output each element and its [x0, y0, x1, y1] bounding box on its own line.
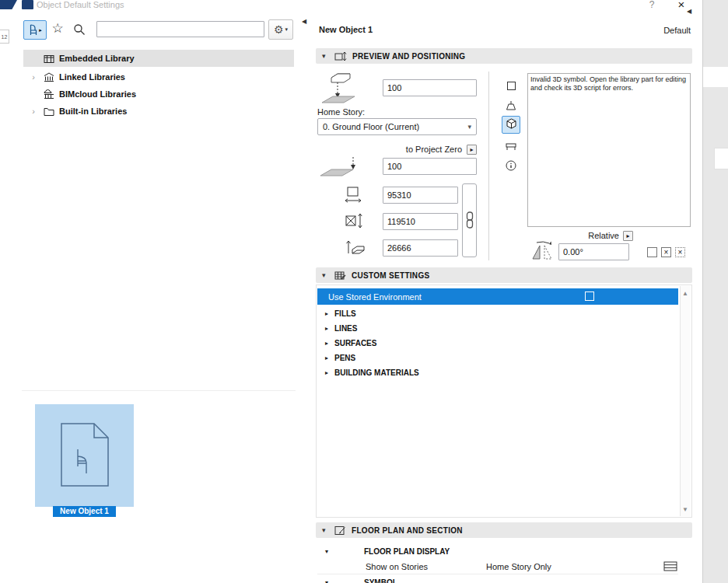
group-fills[interactable]: ▸ FILLS: [317, 306, 677, 321]
group-symbol[interactable]: ▾ SYMBOL: [317, 575, 677, 583]
to-project-zero-button[interactable]: ▸: [467, 145, 477, 155]
group-label: FILLS: [334, 309, 356, 318]
group-label: FLOOR PLAN DISPLAY: [364, 547, 450, 556]
custom-settings-scrollbar[interactable]: [680, 286, 691, 516]
mirrored-dashed-checkbox[interactable]: ×: [675, 247, 685, 257]
cube-3d-icon: [506, 118, 517, 131]
stored-environment-row[interactable]: Use Stored Environment: [317, 288, 678, 305]
dropdown-arrow-icon: ▾: [285, 26, 289, 33]
custom-settings-icon: [334, 271, 346, 281]
dim-depth-icon: [345, 212, 365, 232]
symbol-2d-icon: [506, 81, 516, 93]
backdrop-white-block-1: [703, 67, 728, 87]
scroll-up-button[interactable]: ▲: [680, 288, 691, 300]
checkbox-x-icon: ×: [664, 248, 669, 257]
dim-a-input[interactable]: [383, 187, 458, 204]
show-on-stories-value[interactable]: Home Story Only: [486, 562, 551, 571]
view-3d-button[interactable]: [502, 116, 520, 134]
section-triangle-icon: ▾: [322, 52, 329, 60]
help-button[interactable]: ?: [644, 0, 660, 10]
preview-canvas[interactable]: Invalid 3D symbol. Open the library part…: [527, 73, 691, 227]
dim-width-icon: [345, 186, 363, 205]
offset-to-project-zero-input[interactable]: [383, 158, 477, 175]
dropdown-arrow-icon: ▾: [467, 123, 471, 131]
tree-item-embedded-library[interactable]: Embedded Library: [23, 50, 294, 67]
tree-item-label: BIMcloud Libraries: [59, 89, 136, 99]
view-side-button[interactable]: [502, 137, 520, 155]
section-preview-positioning[interactable]: ▾ PREVIEW AND POSITIONING: [316, 48, 692, 64]
group-triangle-icon: ▾: [325, 548, 334, 555]
star-icon: ☆: [51, 21, 63, 36]
tree-area-divider: [22, 390, 296, 391]
scroll-down-icon: ▼: [682, 506, 688, 513]
relative-label: Relative: [560, 231, 619, 240]
section-floor-plan[interactable]: ▾ FLOOR PLAN AND SECTION: [316, 522, 692, 538]
mirror-angle-icon: [529, 239, 555, 263]
scroll-down-button[interactable]: ▼: [680, 504, 691, 516]
stored-environment-checkbox[interactable]: [585, 292, 594, 301]
group-floor-plan-display[interactable]: ▾ FLOOR PLAN DISPLAY: [317, 543, 677, 559]
group-surfaces[interactable]: ▸ SURFACES: [317, 336, 677, 351]
elevation-top-icon: [320, 68, 366, 106]
tree-item-builtin-libraries[interactable]: › Built-in Libraries: [23, 103, 294, 120]
group-triangle-icon: ▸: [325, 340, 334, 347]
backdrop-white-block-2: [714, 148, 728, 169]
mirror-checkbox[interactable]: [647, 247, 657, 257]
group-triangle-icon: ▸: [325, 310, 334, 317]
offset-to-home-story-input[interactable]: [383, 79, 477, 96]
collapse-arrow-icon: ◀: [302, 18, 306, 25]
collapse-left-panel-button[interactable]: ◀: [302, 18, 306, 25]
floor-plan-icon: [334, 525, 346, 536]
embedded-library-icon: [42, 54, 56, 64]
flyout-arrow-icon: ▸: [626, 232, 629, 239]
to-project-zero-label: to Project Zero: [372, 145, 462, 154]
preview-positioning-icon: [334, 51, 347, 61]
search-button[interactable]: [73, 23, 87, 37]
tree-item-linked-libraries[interactable]: › Linked Libraries: [23, 68, 294, 86]
tree-item-label: Embedded Library: [59, 54, 135, 63]
home-story-select[interactable]: 0. Ground Floor (Current) ▾: [317, 118, 477, 135]
search-icon: [73, 28, 86, 37]
chevron-right-icon[interactable]: ›: [28, 106, 39, 116]
view-front-button[interactable]: [502, 98, 520, 116]
group-label: BUILDING MATERIALS: [334, 368, 419, 377]
group-building-materials[interactable]: ▸ BUILDING MATERIALS: [317, 365, 677, 380]
group-label: SURFACES: [334, 339, 376, 347]
background-app-logo: [0, 0, 17, 9]
library-search-input[interactable]: [96, 21, 264, 37]
dialog-app-icon: [22, 0, 33, 9]
object-default-settings-dialog: 12 Object Default Settings ? × ▸ ☆ ⚙ ▾ ◀…: [0, 0, 728, 583]
chair-icon: [28, 24, 38, 36]
group-lines[interactable]: ▸ LINES: [317, 321, 677, 336]
info-icon: [506, 160, 516, 173]
rotation-angle-input[interactable]: [558, 243, 629, 260]
scroll-up-icon: ▲: [682, 290, 688, 297]
library-options-button[interactable]: ⚙ ▾: [268, 19, 293, 40]
view-2d-symbol-button[interactable]: [502, 78, 520, 96]
section-title: FLOOR PLAN AND SECTION: [352, 526, 463, 535]
dim-b-input[interactable]: [383, 213, 458, 230]
chain-link-control[interactable]: [462, 183, 477, 257]
show-on-stories-label: Show on Stories: [366, 562, 428, 571]
section-title: CUSTOM SETTINGS: [352, 271, 429, 280]
tree-item-label: Built-in Libraries: [59, 106, 127, 116]
favorites-button[interactable]: ☆: [50, 21, 65, 37]
preview-error-text: Invalid 3D symbol. Open the library part…: [530, 75, 688, 93]
chevron-right-icon[interactable]: ›: [28, 72, 39, 82]
group-triangle-icon: ▸: [325, 325, 334, 332]
preview-info-button[interactable]: [502, 157, 520, 175]
dim-c-input[interactable]: [383, 239, 458, 257]
group-label: LINES: [334, 324, 357, 333]
mirrored-state-checkbox[interactable]: ×: [661, 247, 671, 257]
collapse-right-panel-button[interactable]: ◀: [687, 8, 691, 15]
object-type-button[interactable]: ▸: [23, 20, 47, 40]
object-thumbnail[interactable]: [35, 404, 134, 507]
relative-flyout-button[interactable]: ▸: [623, 231, 633, 241]
stored-environment-label: Use Stored Environment: [328, 292, 422, 302]
stories-icon: [663, 560, 677, 572]
preset-name[interactable]: Default: [646, 26, 691, 35]
group-pens[interactable]: ▸ PENS: [317, 351, 677, 365]
side-view-icon: [505, 140, 517, 152]
tree-item-bimcloud-libraries[interactable]: BIMcloud Libraries: [23, 86, 294, 103]
section-custom-settings[interactable]: ▾ CUSTOM SETTINGS: [316, 267, 692, 283]
